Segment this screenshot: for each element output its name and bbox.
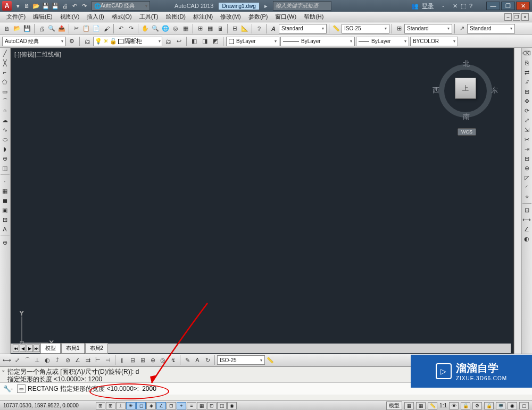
lwt-toggle[interactable]: ≡ <box>187 402 196 409</box>
dimstyle-dropdown[interactable]: ISO-25▾ <box>342 24 389 34</box>
mleaderstyle-dropdown[interactable]: Standard▾ <box>467 24 515 34</box>
lineweight-dropdown[interactable]: ByLayer▾ <box>356 37 409 46</box>
menu-tools[interactable]: 工具(T) <box>136 12 162 22</box>
workspace-dropdown[interactable]: 🌐AutoCAD 经典▾ <box>92 1 150 11</box>
dyn-toggle[interactable]: + <box>177 402 186 409</box>
annoscale-icon[interactable]: 📏 <box>428 402 437 409</box>
menu-file[interactable]: 文件(F) <box>3 12 29 22</box>
annoautoscale-icon[interactable]: 🔒 <box>461 402 470 409</box>
dimarc-icon[interactable]: ⌒ <box>22 355 32 365</box>
app-menu-arrow[interactable]: ▾ <box>14 2 22 10</box>
tablestyle-icon[interactable]: ⊞ <box>394 24 404 34</box>
compass-south[interactable]: 南 <box>463 112 470 122</box>
menu-format[interactable]: 格式(O) <box>109 12 135 22</box>
hatch-icon[interactable]: ▦ <box>1 187 9 195</box>
command-input[interactable]: 2000 <box>142 385 156 392</box>
zoom-icon[interactable]: 🔍 <box>151 24 160 34</box>
redo-icon[interactable]: ↷ <box>126 24 136 34</box>
doc-close[interactable]: × <box>521 13 529 21</box>
new-icon[interactable]: 🗎 <box>2 24 12 34</box>
menu-draw[interactable]: 绘图(D) <box>163 12 189 22</box>
tpy-toggle[interactable]: ▦ <box>197 402 206 409</box>
revcloud-icon[interactable]: ☁ <box>1 116 9 124</box>
explode-icon[interactable]: ✧ <box>522 193 531 201</box>
dimupdate-icon[interactable]: ↻ <box>203 355 212 365</box>
menu-view[interactable]: 视图(V) <box>57 12 83 22</box>
paste-icon[interactable]: 📄 <box>92 24 101 34</box>
redo-icon[interactable]: ↷ <box>80 2 88 10</box>
erase-icon[interactable]: ⌫ <box>522 49 531 57</box>
copy-icon[interactable]: 📋 <box>81 24 91 34</box>
qp-toggle[interactable]: ⊡ <box>207 402 217 409</box>
stretch-icon[interactable]: ⇲ <box>522 125 531 134</box>
mirror-icon[interactable]: ⇄ <box>522 68 531 77</box>
menu-dimension[interactable]: 标注(N) <box>190 12 216 22</box>
region-icon[interactable]: ▣ <box>1 206 9 214</box>
steering-icon[interactable]: ◎ <box>171 24 180 34</box>
viewcube-top[interactable]: 上 <box>455 78 476 99</box>
compass-north[interactable]: 北 <box>463 59 470 69</box>
qdim-icon[interactable]: ⇉ <box>83 355 93 365</box>
layer-prev-icon[interactable]: ↩ <box>174 37 184 46</box>
dimedit-icon[interactable]: ✎ <box>182 355 192 365</box>
plot-icon[interactable]: 🖨 <box>61 2 69 10</box>
ws-settings-icon[interactable]: ⚙ <box>67 37 77 46</box>
dimbreak-icon[interactable]: ⊟ <box>128 355 137 365</box>
match-icon[interactable]: 🖌 <box>102 24 111 34</box>
open-icon[interactable]: 📂 <box>32 2 40 10</box>
table-icon[interactable]: ⊞ <box>1 215 9 224</box>
props-icon[interactable]: ⊟ <box>230 24 239 34</box>
arc-icon[interactable]: ⌒ <box>1 97 9 105</box>
dimrad-icon[interactable]: ◐ <box>522 235 531 243</box>
move-icon[interactable]: ✥ <box>522 97 531 105</box>
window-restore[interactable]: ❐ <box>501 2 515 10</box>
tab-last[interactable]: ⏭ <box>34 345 40 352</box>
model-button[interactable]: 模型 <box>386 401 402 410</box>
ellipsearc-icon[interactable]: ◗ <box>1 145 9 153</box>
rotate-icon[interactable]: ⟳ <box>522 106 531 115</box>
tab-model[interactable]: 模型 <box>40 343 61 354</box>
cmd-handle-icon[interactable]: 🔧 <box>3 385 11 392</box>
help-search-input[interactable]: 输入关键字或短语 <box>273 1 331 11</box>
insert-icon[interactable]: ⊕ <box>1 154 9 163</box>
viewcube[interactable]: 北 南 东 西 上 WCS <box>434 59 497 123</box>
rectangle-icon[interactable]: ▭ <box>1 87 9 96</box>
grid-toggle[interactable]: ⊞ <box>106 402 115 409</box>
mleaderstyle-icon[interactable]: ↗ <box>457 24 467 34</box>
line-icon[interactable]: ╱ <box>1 49 9 57</box>
preview-icon[interactable]: 🔍 <box>47 24 56 34</box>
hardware-accel-icon[interactable]: 💻 <box>496 402 505 409</box>
textstyle-dropdown[interactable]: Standard▾ <box>279 24 327 34</box>
stayconnect-icon[interactable]: ⬚ <box>461 3 466 10</box>
dimjogline-icon[interactable]: ↯ <box>168 355 178 365</box>
cut-icon[interactable]: ✂ <box>71 24 81 34</box>
dimlinear-icon[interactable]: ⟷ <box>2 355 12 365</box>
vertical-scrollbar[interactable] <box>514 48 521 354</box>
plotstyle-dropdown[interactable]: BYCOLOR▾ <box>410 37 458 46</box>
textstyle-icon[interactable]: A <box>269 24 278 34</box>
circle-icon[interactable]: ○ <box>1 106 9 115</box>
calc-icon[interactable]: 🖩 <box>215 24 225 34</box>
annovisibility-icon[interactable]: 👁 <box>449 402 459 409</box>
3dosnap-toggle[interactable]: ◈ <box>146 402 156 409</box>
centermark-icon[interactable]: ⊕ <box>148 355 157 365</box>
app-menu-icon[interactable]: A <box>2 1 12 11</box>
sheetset-icon[interactable]: ⊞ <box>195 24 205 34</box>
cmd-close-icon[interactable]: × <box>1 368 6 374</box>
dim-icon[interactable]: ⟷ <box>522 215 531 224</box>
toolpalette-icon[interactable]: ▦ <box>205 24 215 34</box>
workspace-dropdown-2[interactable]: AutoCAD 经典▾ <box>2 37 66 46</box>
tab-first[interactable]: ⏮ <box>13 345 19 352</box>
offset-icon[interactable]: ⫽ <box>522 78 531 86</box>
tab-next[interactable]: ▶ <box>27 345 33 352</box>
polar-toggle[interactable]: ✳ <box>126 402 136 409</box>
drawing-viewport[interactable]: [-][俯视][二维线框] 北 南 东 西 上 WCS Y X <box>11 48 514 354</box>
menu-modify[interactable]: 修改(M) <box>217 12 244 22</box>
ws-switch-icon[interactable]: ⚙ <box>472 402 482 409</box>
dimdia-icon[interactable]: ⊘ <box>63 355 72 365</box>
dimrad-icon[interactable]: ◐ <box>43 355 52 365</box>
chamfer-icon[interactable]: ◸ <box>522 173 531 182</box>
showmotion-icon[interactable]: ▦ <box>181 24 190 34</box>
gradient-icon[interactable]: ◼ <box>1 196 9 205</box>
point-icon[interactable]: · <box>1 177 9 186</box>
